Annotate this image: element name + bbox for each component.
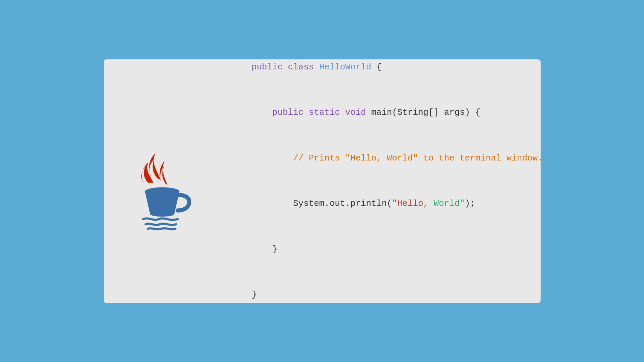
keyword-void: void (345, 107, 371, 117)
code-line-3: // Prints "Hello, World" to the terminal… (220, 135, 543, 181)
keyword-class: class (288, 62, 319, 72)
code-line-2: public static void main(String[] args) { (220, 90, 543, 136)
code-block: public class HelloWorld { public static … (220, 44, 543, 318)
method-signature: main(String[] args) { (371, 107, 481, 117)
svg-point-0 (145, 187, 179, 196)
comment-line: // Prints "Hello, World" to the terminal… (251, 153, 543, 163)
class-name: HelloWorld (319, 62, 371, 72)
brace-close-inner: } (251, 244, 277, 254)
println-close: ); (465, 199, 475, 209)
code-line-6: } (220, 272, 543, 318)
indent-2 (251, 107, 272, 117)
code-line-5: } (220, 227, 543, 272)
string-hello: "Hello, (392, 199, 434, 209)
string-world: World" (434, 199, 465, 209)
svg-point-1 (150, 211, 174, 217)
slide-container: public class HelloWorld { public static … (104, 59, 541, 303)
java-logo (124, 138, 194, 231)
code-line-4: System.out.println("Hello, World"); (220, 181, 543, 227)
keyword-public-1: public (251, 62, 288, 72)
keyword-static: static (309, 107, 345, 117)
code-line-1: public class HelloWorld { (220, 44, 543, 90)
keyword-public-2: public (272, 107, 309, 117)
println-call: System.out.println( (251, 199, 392, 209)
brace-open-1: { (371, 62, 382, 72)
brace-close-outer: } (251, 290, 257, 300)
